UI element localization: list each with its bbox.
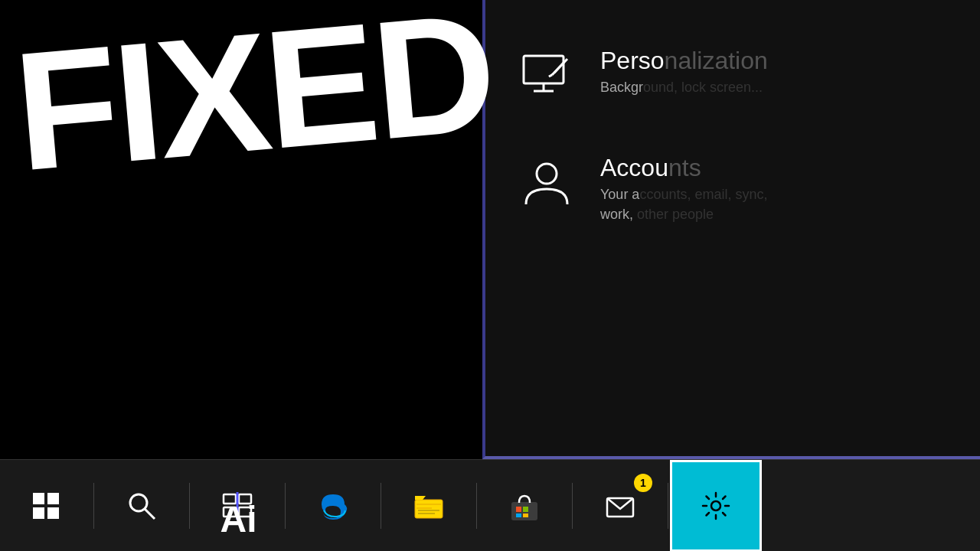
monitor-pen-icon	[516, 46, 577, 107]
personalization-desc: Background, lock screen...	[600, 78, 949, 97]
svg-rect-8	[33, 493, 44, 504]
svg-rect-29	[523, 514, 528, 517]
svg-rect-21	[416, 504, 441, 505]
svg-rect-27	[523, 507, 528, 512]
ai-text-overlay: Ai	[188, 487, 289, 551]
accounts-text: Accounts Your accounts, email, sync, wor…	[600, 153, 949, 224]
svg-rect-26	[516, 507, 521, 512]
person-icon	[516, 153, 577, 214]
personalization-title: Personalization	[600, 46, 949, 75]
explorer-button[interactable]	[383, 460, 475, 552]
main-area: FIXED	[0, 0, 980, 459]
edge-button[interactable]	[287, 460, 379, 552]
svg-rect-11	[47, 507, 59, 519]
settings-item-accounts[interactable]: Accounts Your accounts, email, sync, wor…	[516, 153, 949, 224]
taskbar: 1	[0, 459, 980, 551]
fixed-title: FIXED	[9, 0, 499, 197]
separator-1	[93, 483, 94, 529]
separator-4	[381, 483, 381, 529]
svg-rect-28	[516, 514, 521, 517]
separator-5	[476, 483, 477, 529]
store-button[interactable]	[479, 460, 570, 552]
svg-line-13	[145, 509, 155, 519]
settings-button[interactable]	[670, 460, 762, 552]
separator-7	[668, 483, 668, 529]
svg-rect-10	[33, 507, 44, 519]
svg-point-7	[537, 164, 557, 184]
svg-point-12	[130, 494, 147, 511]
separator-6	[572, 483, 573, 529]
svg-point-31	[711, 501, 720, 510]
svg-rect-22	[416, 507, 432, 509]
accounts-title: Accounts	[600, 153, 949, 182]
search-button[interactable]	[96, 460, 188, 552]
start-button[interactable]	[0, 460, 92, 552]
settings-item-personalization[interactable]: Personalization Background, lock screen.…	[516, 46, 949, 107]
settings-panel: Personalization Background, lock screen.…	[482, 0, 980, 459]
mail-button[interactable]: 1	[574, 460, 666, 552]
svg-rect-9	[47, 493, 59, 504]
accounts-desc: Your accounts, email, sync, work, other …	[600, 185, 949, 223]
mail-badge: 1	[634, 474, 652, 492]
personalization-text: Personalization Background, lock screen.…	[600, 46, 949, 98]
